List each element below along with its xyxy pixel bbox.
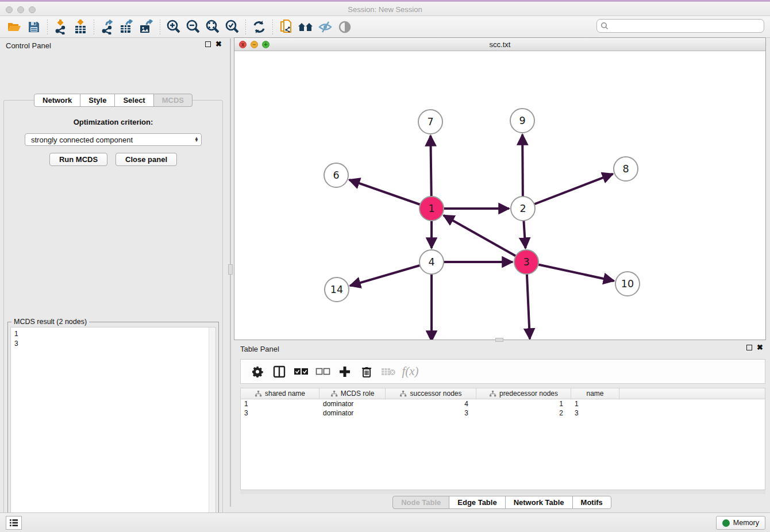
memory-button[interactable]: Memory [716, 516, 765, 530]
refresh-layout-icon[interactable] [249, 18, 269, 36]
table-toolbar: f(x) [240, 359, 765, 384]
node-table[interactable]: shared nameMCDS rolesuccessor nodesprede… [240, 388, 765, 490]
close-panel-icon[interactable]: ✖ [215, 41, 222, 47]
column-header-name[interactable]: name [571, 388, 619, 399]
cell-shared-name[interactable]: 1 [241, 400, 319, 408]
network-window-title: scc.txt [234, 40, 765, 49]
run-mcds-button[interactable]: Run MCDS [49, 153, 107, 166]
edge-3-10[interactable] [526, 262, 614, 281]
criterion-dropdown[interactable]: strongly connected component ▲▼ [25, 133, 202, 146]
svg-text:2: 2 [519, 203, 526, 214]
tab-network-table[interactable]: Network Table [505, 496, 573, 509]
result-scrollbar[interactable] [209, 327, 215, 532]
export-image-icon[interactable] [137, 18, 156, 36]
import-table-icon[interactable] [71, 18, 90, 36]
close-panel-button[interactable]: Close panel [116, 153, 177, 166]
search-icon [600, 22, 609, 30]
svg-text:9: 9 [519, 115, 525, 126]
zoom-in-icon[interactable] [164, 18, 183, 36]
add-column-icon[interactable] [334, 366, 356, 377]
cell-name[interactable]: 1 [571, 400, 619, 408]
clone-network-icon[interactable] [276, 18, 296, 36]
edge-2-8[interactable] [523, 174, 613, 209]
mcds-result-text[interactable]: 1 3 [10, 327, 216, 532]
close-table-panel-icon[interactable]: ✖ [757, 345, 763, 350]
column-type-icon [255, 391, 262, 397]
hide-selected-icon[interactable] [315, 18, 335, 36]
node-6[interactable]: 6 [324, 163, 348, 187]
control-panel: Control Panel ✖ NetworkStyleSelectMCDS O… [0, 38, 226, 507]
svg-text:10: 10 [621, 278, 634, 290]
zoom-fit-icon[interactable] [203, 18, 222, 36]
vertical-splitter-grip[interactable] [228, 264, 233, 275]
node-3[interactable]: 3 [514, 250, 538, 274]
zoom-selected-icon[interactable] [222, 18, 242, 36]
table-row[interactable]: 3dominator323 [241, 408, 765, 418]
delete-column-icon[interactable] [356, 365, 378, 378]
save-session-icon[interactable] [24, 18, 44, 36]
cell-successor-nodes[interactable]: 4 [386, 400, 476, 408]
cell-predecessor-nodes[interactable]: 2 [476, 409, 571, 417]
criterion-value: strongly connected component [31, 136, 133, 144]
column-type-icon [330, 391, 338, 397]
float-panel-icon[interactable] [205, 41, 211, 47]
float-table-panel-icon[interactable] [746, 345, 752, 350]
edge-1-6[interactable] [349, 180, 432, 209]
main-toolbar [0, 16, 770, 38]
node-8[interactable]: 8 [614, 157, 638, 181]
column-header-predecessor-nodes[interactable]: predecessor nodes [476, 388, 571, 399]
tab-select[interactable]: Select [114, 94, 153, 107]
table-scrollbar[interactable] [240, 490, 765, 494]
node-4[interactable]: 4 [419, 250, 444, 274]
horizontal-splitter-grip[interactable] [495, 338, 503, 342]
node-2[interactable]: 2 [511, 196, 535, 221]
memory-status-icon [722, 519, 730, 527]
export-table-icon[interactable] [117, 18, 137, 36]
show-all-icon[interactable] [335, 18, 355, 36]
import-network-icon[interactable] [51, 18, 71, 36]
search-input[interactable] [611, 22, 764, 30]
tab-edge-table[interactable]: Edge Table [449, 496, 505, 509]
node-9[interactable]: 9 [510, 109, 534, 133]
open-file-icon[interactable] [5, 18, 24, 36]
select-all-columns-icon[interactable] [290, 368, 312, 375]
split-columns-icon[interactable] [268, 365, 290, 378]
tab-node-table[interactable]: Node Table [392, 496, 449, 509]
column-header-MCDS-role[interactable]: MCDS role [319, 388, 386, 399]
export-network-icon[interactable] [98, 18, 117, 36]
search-field[interactable] [596, 19, 764, 33]
table-row[interactable]: 1dominator411 [241, 399, 765, 408]
tab-motifs[interactable]: Motifs [572, 496, 611, 509]
node-1[interactable]: 1 [419, 196, 444, 221]
edge-4-14[interactable] [350, 262, 432, 286]
tab-mcds[interactable]: MCDS [153, 94, 192, 107]
task-history-button[interactable] [6, 516, 22, 530]
node-7[interactable]: 7 [418, 110, 442, 134]
cell-shared-name[interactable]: 3 [241, 409, 319, 417]
cell-name[interactable]: 3 [571, 409, 619, 417]
node-14[interactable]: 14 [325, 277, 349, 302]
edge-3-1[interactable] [444, 215, 526, 262]
mcds-panel: Optimization criterion: strongly connect… [3, 100, 223, 532]
network-canvas[interactable]: 7968124314101511 [234, 51, 765, 340]
optimization-criterion-label: Optimization criterion: [4, 118, 222, 126]
tab-network[interactable]: Network [34, 94, 80, 107]
column-header-shared-name[interactable]: shared name [241, 388, 319, 399]
network-graph[interactable]: 7968124314101511 [234, 51, 765, 340]
gear-icon[interactable] [247, 366, 268, 377]
zoom-out-icon[interactable] [183, 18, 203, 36]
cell-predecessor-nodes[interactable]: 1 [476, 400, 571, 408]
first-neighbors-icon[interactable] [296, 18, 315, 36]
tab-style[interactable]: Style [80, 94, 115, 107]
cell-MCDS-role[interactable]: dominator [319, 400, 386, 408]
node-10[interactable]: 10 [615, 272, 640, 296]
function-builder-icon: f(x) [399, 364, 421, 379]
svg-text:4: 4 [428, 256, 434, 268]
network-window-titlebar[interactable]: x − + scc.txt [234, 38, 765, 51]
cell-successor-nodes[interactable]: 3 [386, 409, 476, 417]
cell-MCDS-role[interactable]: dominator [319, 409, 386, 417]
column-header-successor-nodes[interactable]: successor nodes [386, 388, 476, 399]
table-header-row: shared nameMCDS rolesuccessor nodesprede… [241, 388, 765, 399]
delete-table-icon [378, 367, 399, 376]
unselect-all-columns-icon[interactable] [312, 368, 334, 375]
